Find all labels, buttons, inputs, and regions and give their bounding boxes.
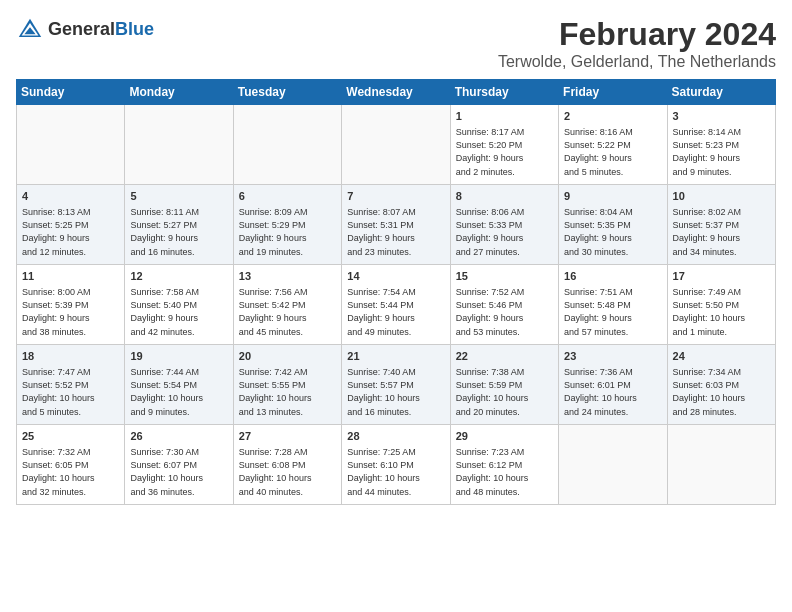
cell-content: Sunrise: 7:49 AM Sunset: 5:50 PM Dayligh… bbox=[673, 286, 770, 338]
header-tuesday: Tuesday bbox=[233, 80, 341, 105]
header-friday: Friday bbox=[559, 80, 667, 105]
calendar-cell-2-4: 7Sunrise: 8:07 AM Sunset: 5:31 PM Daylig… bbox=[342, 185, 450, 265]
calendar-week-5: 25Sunrise: 7:32 AM Sunset: 6:05 PM Dayli… bbox=[17, 425, 776, 505]
calendar-cell-2-6: 9Sunrise: 8:04 AM Sunset: 5:35 PM Daylig… bbox=[559, 185, 667, 265]
calendar-cell-5-2: 26Sunrise: 7:30 AM Sunset: 6:07 PM Dayli… bbox=[125, 425, 233, 505]
day-number: 3 bbox=[673, 109, 770, 124]
logo-text: GeneralBlue bbox=[48, 20, 154, 40]
month-year-heading: February 2024 bbox=[498, 16, 776, 53]
day-number: 15 bbox=[456, 269, 553, 284]
cell-content: Sunrise: 8:02 AM Sunset: 5:37 PM Dayligh… bbox=[673, 206, 770, 258]
cell-content: Sunrise: 8:17 AM Sunset: 5:20 PM Dayligh… bbox=[456, 126, 553, 178]
day-number: 24 bbox=[673, 349, 770, 364]
day-number: 17 bbox=[673, 269, 770, 284]
calendar-cell-3-3: 13Sunrise: 7:56 AM Sunset: 5:42 PM Dayli… bbox=[233, 265, 341, 345]
day-number: 8 bbox=[456, 189, 553, 204]
calendar-header-row: SundayMondayTuesdayWednesdayThursdayFrid… bbox=[17, 80, 776, 105]
cell-content: Sunrise: 7:34 AM Sunset: 6:03 PM Dayligh… bbox=[673, 366, 770, 418]
calendar-cell-1-4 bbox=[342, 105, 450, 185]
cell-content: Sunrise: 7:25 AM Sunset: 6:10 PM Dayligh… bbox=[347, 446, 444, 498]
calendar-cell-4-1: 18Sunrise: 7:47 AM Sunset: 5:52 PM Dayli… bbox=[17, 345, 125, 425]
cell-content: Sunrise: 7:40 AM Sunset: 5:57 PM Dayligh… bbox=[347, 366, 444, 418]
header-saturday: Saturday bbox=[667, 80, 775, 105]
day-number: 26 bbox=[130, 429, 227, 444]
calendar-week-1: 1Sunrise: 8:17 AM Sunset: 5:20 PM Daylig… bbox=[17, 105, 776, 185]
calendar-cell-3-7: 17Sunrise: 7:49 AM Sunset: 5:50 PM Dayli… bbox=[667, 265, 775, 345]
calendar-cell-3-4: 14Sunrise: 7:54 AM Sunset: 5:44 PM Dayli… bbox=[342, 265, 450, 345]
cell-content: Sunrise: 7:54 AM Sunset: 5:44 PM Dayligh… bbox=[347, 286, 444, 338]
calendar-cell-4-5: 22Sunrise: 7:38 AM Sunset: 5:59 PM Dayli… bbox=[450, 345, 558, 425]
day-number: 22 bbox=[456, 349, 553, 364]
cell-content: Sunrise: 8:04 AM Sunset: 5:35 PM Dayligh… bbox=[564, 206, 661, 258]
day-number: 27 bbox=[239, 429, 336, 444]
calendar-cell-1-5: 1Sunrise: 8:17 AM Sunset: 5:20 PM Daylig… bbox=[450, 105, 558, 185]
day-number: 4 bbox=[22, 189, 119, 204]
cell-content: Sunrise: 7:56 AM Sunset: 5:42 PM Dayligh… bbox=[239, 286, 336, 338]
day-number: 16 bbox=[564, 269, 661, 284]
calendar-cell-4-4: 21Sunrise: 7:40 AM Sunset: 5:57 PM Dayli… bbox=[342, 345, 450, 425]
day-number: 13 bbox=[239, 269, 336, 284]
day-number: 28 bbox=[347, 429, 444, 444]
header-wednesday: Wednesday bbox=[342, 80, 450, 105]
day-number: 19 bbox=[130, 349, 227, 364]
cell-content: Sunrise: 7:44 AM Sunset: 5:54 PM Dayligh… bbox=[130, 366, 227, 418]
cell-content: Sunrise: 7:32 AM Sunset: 6:05 PM Dayligh… bbox=[22, 446, 119, 498]
cell-content: Sunrise: 8:14 AM Sunset: 5:23 PM Dayligh… bbox=[673, 126, 770, 178]
cell-content: Sunrise: 7:47 AM Sunset: 5:52 PM Dayligh… bbox=[22, 366, 119, 418]
day-number: 9 bbox=[564, 189, 661, 204]
calendar-cell-4-3: 20Sunrise: 7:42 AM Sunset: 5:55 PM Dayli… bbox=[233, 345, 341, 425]
day-number: 2 bbox=[564, 109, 661, 124]
day-number: 14 bbox=[347, 269, 444, 284]
calendar-week-2: 4Sunrise: 8:13 AM Sunset: 5:25 PM Daylig… bbox=[17, 185, 776, 265]
cell-content: Sunrise: 8:06 AM Sunset: 5:33 PM Dayligh… bbox=[456, 206, 553, 258]
cell-content: Sunrise: 7:58 AM Sunset: 5:40 PM Dayligh… bbox=[130, 286, 227, 338]
page-header: GeneralBlue February 2024 Terwolde, Geld… bbox=[16, 16, 776, 71]
day-number: 5 bbox=[130, 189, 227, 204]
header-monday: Monday bbox=[125, 80, 233, 105]
cell-content: Sunrise: 8:13 AM Sunset: 5:25 PM Dayligh… bbox=[22, 206, 119, 258]
header-thursday: Thursday bbox=[450, 80, 558, 105]
calendar-cell-2-7: 10Sunrise: 8:02 AM Sunset: 5:37 PM Dayli… bbox=[667, 185, 775, 265]
day-number: 12 bbox=[130, 269, 227, 284]
calendar-cell-2-1: 4Sunrise: 8:13 AM Sunset: 5:25 PM Daylig… bbox=[17, 185, 125, 265]
cell-content: Sunrise: 7:28 AM Sunset: 6:08 PM Dayligh… bbox=[239, 446, 336, 498]
day-number: 11 bbox=[22, 269, 119, 284]
logo-icon bbox=[16, 16, 44, 44]
calendar-cell-2-2: 5Sunrise: 8:11 AM Sunset: 5:27 PM Daylig… bbox=[125, 185, 233, 265]
day-number: 25 bbox=[22, 429, 119, 444]
calendar-cell-4-2: 19Sunrise: 7:44 AM Sunset: 5:54 PM Dayli… bbox=[125, 345, 233, 425]
calendar-week-4: 18Sunrise: 7:47 AM Sunset: 5:52 PM Dayli… bbox=[17, 345, 776, 425]
day-number: 18 bbox=[22, 349, 119, 364]
cell-content: Sunrise: 7:30 AM Sunset: 6:07 PM Dayligh… bbox=[130, 446, 227, 498]
location-text: Terwolde, Gelderland, The Netherlands bbox=[498, 53, 776, 71]
day-number: 6 bbox=[239, 189, 336, 204]
title-area: February 2024 Terwolde, Gelderland, The … bbox=[498, 16, 776, 71]
calendar-cell-5-5: 29Sunrise: 7:23 AM Sunset: 6:12 PM Dayli… bbox=[450, 425, 558, 505]
day-number: 21 bbox=[347, 349, 444, 364]
header-sunday: Sunday bbox=[17, 80, 125, 105]
cell-content: Sunrise: 8:09 AM Sunset: 5:29 PM Dayligh… bbox=[239, 206, 336, 258]
calendar-cell-2-3: 6Sunrise: 8:09 AM Sunset: 5:29 PM Daylig… bbox=[233, 185, 341, 265]
calendar-cell-5-6 bbox=[559, 425, 667, 505]
cell-content: Sunrise: 7:23 AM Sunset: 6:12 PM Dayligh… bbox=[456, 446, 553, 498]
cell-content: Sunrise: 8:16 AM Sunset: 5:22 PM Dayligh… bbox=[564, 126, 661, 178]
calendar-table: SundayMondayTuesdayWednesdayThursdayFrid… bbox=[16, 79, 776, 505]
calendar-cell-1-6: 2Sunrise: 8:16 AM Sunset: 5:22 PM Daylig… bbox=[559, 105, 667, 185]
cell-content: Sunrise: 7:51 AM Sunset: 5:48 PM Dayligh… bbox=[564, 286, 661, 338]
calendar-cell-1-2 bbox=[125, 105, 233, 185]
calendar-cell-5-7 bbox=[667, 425, 775, 505]
cell-content: Sunrise: 8:00 AM Sunset: 5:39 PM Dayligh… bbox=[22, 286, 119, 338]
logo: GeneralBlue bbox=[16, 16, 154, 44]
calendar-cell-3-6: 16Sunrise: 7:51 AM Sunset: 5:48 PM Dayli… bbox=[559, 265, 667, 345]
calendar-cell-3-5: 15Sunrise: 7:52 AM Sunset: 5:46 PM Dayli… bbox=[450, 265, 558, 345]
calendar-cell-1-7: 3Sunrise: 8:14 AM Sunset: 5:23 PM Daylig… bbox=[667, 105, 775, 185]
calendar-week-3: 11Sunrise: 8:00 AM Sunset: 5:39 PM Dayli… bbox=[17, 265, 776, 345]
day-number: 1 bbox=[456, 109, 553, 124]
cell-content: Sunrise: 7:52 AM Sunset: 5:46 PM Dayligh… bbox=[456, 286, 553, 338]
day-number: 10 bbox=[673, 189, 770, 204]
cell-content: Sunrise: 7:38 AM Sunset: 5:59 PM Dayligh… bbox=[456, 366, 553, 418]
calendar-cell-5-1: 25Sunrise: 7:32 AM Sunset: 6:05 PM Dayli… bbox=[17, 425, 125, 505]
calendar-cell-2-5: 8Sunrise: 8:06 AM Sunset: 5:33 PM Daylig… bbox=[450, 185, 558, 265]
calendar-cell-4-7: 24Sunrise: 7:34 AM Sunset: 6:03 PM Dayli… bbox=[667, 345, 775, 425]
cell-content: Sunrise: 7:36 AM Sunset: 6:01 PM Dayligh… bbox=[564, 366, 661, 418]
